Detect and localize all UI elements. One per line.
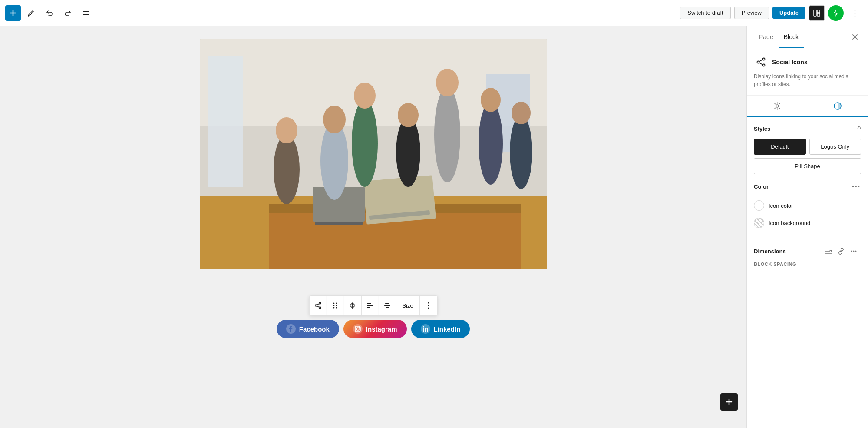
linkedin-icon <box>421 324 430 334</box>
svg-point-21 <box>323 106 346 133</box>
svg-point-55 <box>757 61 759 63</box>
dimensions-link-btn[interactable] <box>838 246 848 256</box>
block-spacing-label: BLOCK SPACING <box>754 262 861 267</box>
icon-color-item[interactable]: Icon color <box>754 197 861 214</box>
svg-point-57 <box>763 64 765 66</box>
svg-point-61 <box>855 186 857 187</box>
svg-point-65 <box>853 251 855 252</box>
add-block-floating-button[interactable] <box>720 393 738 411</box>
svg-rect-4 <box>817 10 820 13</box>
svg-point-31 <box>512 102 531 124</box>
styles-toggle[interactable]: ^ <box>858 124 861 133</box>
move-block-btn[interactable] <box>344 296 361 315</box>
svg-point-37 <box>333 305 334 306</box>
svg-rect-45 <box>384 305 390 306</box>
social-icons-block-icon <box>754 55 768 69</box>
social-icons-row: Facebook Instagram LinkedIn <box>200 320 547 338</box>
icon-color-label: Icon color <box>769 202 793 209</box>
drag-block-btn[interactable] <box>327 296 344 315</box>
facebook-social-icon[interactable]: Facebook <box>277 320 339 338</box>
svg-rect-1 <box>83 13 89 13</box>
svg-point-52 <box>359 327 360 328</box>
instagram-label: Instagram <box>366 325 397 333</box>
svg-point-58 <box>776 105 779 107</box>
undo-button[interactable] <box>42 5 57 21</box>
svg-rect-17 <box>315 222 363 225</box>
block-toolbar: Size <box>309 295 437 315</box>
svg-rect-44 <box>385 303 389 304</box>
redo-button[interactable] <box>60 5 76 21</box>
svg-point-19 <box>276 117 297 143</box>
svg-point-23 <box>354 83 376 109</box>
block-tab-styles[interactable] <box>808 96 868 116</box>
icon-bg-color-swatch <box>754 218 764 228</box>
svg-point-27 <box>436 69 459 96</box>
more-options-button[interactable]: ⋮ <box>847 5 863 21</box>
update-button[interactable]: Update <box>772 7 805 19</box>
align-left-btn[interactable] <box>361 296 379 315</box>
svg-point-22 <box>352 100 378 187</box>
preview-button[interactable]: Preview <box>734 7 769 19</box>
svg-point-32 <box>315 305 317 306</box>
svg-point-49 <box>428 308 429 309</box>
svg-point-64 <box>851 251 852 252</box>
image-block[interactable] <box>200 39 547 269</box>
svg-point-26 <box>434 87 460 182</box>
svg-point-36 <box>336 303 337 304</box>
color-section: Color Icon color Icon background <box>747 181 868 239</box>
linkedin-social-icon[interactable]: LinkedIn <box>411 320 470 338</box>
switch-to-draft-button[interactable]: Switch to draft <box>680 7 730 19</box>
list-view-button[interactable] <box>78 5 94 21</box>
svg-point-40 <box>336 307 337 309</box>
block-inner-tabs <box>747 96 868 117</box>
style-pill-btn[interactable]: Pill Shape <box>754 158 861 174</box>
sidebar-close-button[interactable] <box>849 31 861 43</box>
svg-point-60 <box>852 186 854 187</box>
svg-point-24 <box>396 117 420 187</box>
svg-point-28 <box>479 102 503 185</box>
block-tab-settings[interactable] <box>747 96 808 116</box>
add-block-button[interactable] <box>5 5 21 21</box>
svg-point-48 <box>428 305 429 306</box>
icon-bg-color-item[interactable]: Icon background <box>754 214 861 232</box>
style-logos-only-btn[interactable]: Logos Only <box>809 139 861 155</box>
size-button[interactable]: Size <box>396 296 419 315</box>
block-more-options-btn[interactable] <box>420 296 437 315</box>
performance-button[interactable] <box>828 5 844 21</box>
right-sidebar: Page Block Social Icons Display icons li… <box>746 26 868 428</box>
edit-tool-button[interactable] <box>23 5 39 21</box>
dimensions-settings-btn[interactable] <box>825 246 835 256</box>
linkedin-label: LinkedIn <box>434 325 461 333</box>
svg-point-51 <box>356 328 359 330</box>
tab-block[interactable]: Block <box>779 27 804 48</box>
svg-point-25 <box>398 103 419 127</box>
block-info-section: Social Icons Display icons linking to yo… <box>747 48 868 96</box>
placeholder-photo <box>200 39 547 269</box>
svg-rect-53 <box>423 328 424 332</box>
content-block: Size Facebook Instagram <box>200 39 547 338</box>
toolbar-left <box>5 5 680 21</box>
svg-point-62 <box>858 186 860 187</box>
align-center-btn[interactable] <box>379 296 396 315</box>
color-title: Color <box>754 183 769 190</box>
color-more-btn[interactable] <box>851 181 861 192</box>
svg-point-29 <box>481 88 501 112</box>
social-icons-block-btn[interactable] <box>309 296 327 315</box>
svg-rect-41 <box>367 303 371 304</box>
svg-point-56 <box>763 58 765 60</box>
dimensions-more-btn[interactable] <box>851 246 861 256</box>
layout-toggle-button[interactable] <box>809 5 825 21</box>
styles-section: Styles ^ Default Logos Only Pill Shape <box>747 117 868 181</box>
dimensions-header: Dimensions <box>754 246 861 256</box>
svg-rect-43 <box>367 307 370 308</box>
facebook-icon <box>286 324 296 334</box>
dimensions-section: Dimensions BLOCK SPACING <box>747 239 868 274</box>
svg-rect-9 <box>208 56 243 187</box>
instagram-social-icon[interactable]: Instagram <box>343 320 407 338</box>
svg-rect-5 <box>817 13 820 16</box>
style-default-btn[interactable]: Default <box>754 139 806 155</box>
tab-page[interactable]: Page <box>754 27 779 48</box>
styles-header: Styles ^ <box>754 124 861 133</box>
svg-point-18 <box>274 135 300 204</box>
svg-rect-3 <box>814 10 816 16</box>
